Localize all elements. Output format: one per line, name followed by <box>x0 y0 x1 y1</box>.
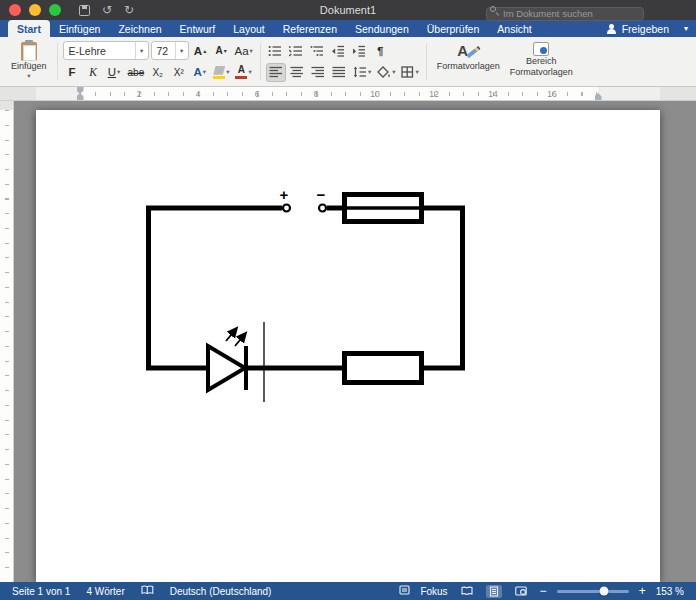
align-right-button[interactable] <box>309 63 328 82</box>
proofing-status-icon[interactable] <box>141 585 154 597</box>
language-status[interactable]: Deutsch (Deutschland) <box>170 586 272 597</box>
borders-button[interactable]: ▾ <box>399 63 420 82</box>
bold-button[interactable]: F <box>63 63 82 82</box>
circuit-wire <box>422 208 463 368</box>
title-bar: ↺ ↻ Dokument1 <box>0 0 696 20</box>
italic-button[interactable]: K <box>84 63 103 82</box>
chevron-down-icon: ▾ <box>368 69 371 76</box>
document-page[interactable]: + − <box>36 110 660 582</box>
circuit-diagram: + − <box>36 110 660 582</box>
tab-zeichnen[interactable]: Zeichnen <box>109 20 170 37</box>
tab-referenzen[interactable]: Referenzen <box>274 20 346 37</box>
bullets-button[interactable] <box>266 41 285 60</box>
highlight-color-button[interactable]: ▾ <box>211 63 231 82</box>
ruler-number: 4 <box>196 89 201 99</box>
plus-terminal-label: + <box>280 186 289 203</box>
web-layout-view-button[interactable] <box>512 585 530 597</box>
decrease-indent-button[interactable] <box>329 41 348 60</box>
chevron-down-icon: ▾ <box>392 69 395 76</box>
share-person-icon <box>606 24 617 34</box>
grow-font-button[interactable]: A ▴ <box>191 41 210 60</box>
multilevel-list-button[interactable] <box>308 41 327 60</box>
paste-button[interactable]: Einfügen ▾ <box>6 40 52 79</box>
down-arrow-icon: ▾ <box>224 48 227 54</box>
underline-letter: U <box>108 66 116 78</box>
pencil-icon <box>467 46 481 58</box>
text-effects-letter: A <box>193 66 201 78</box>
justify-button[interactable] <box>330 63 349 82</box>
paste-label: Einfügen <box>11 62 47 72</box>
align-left-button[interactable] <box>266 63 286 82</box>
switch-terminal-plus <box>283 205 290 212</box>
ruler-number: 6 <box>255 89 260 99</box>
tab-start[interactable]: Start <box>8 20 50 37</box>
share-button[interactable]: Freigeben ▾ <box>606 20 696 37</box>
minus-terminal-label: − <box>317 186 326 203</box>
up-arrow-icon: ▴ <box>203 48 206 54</box>
search-icon <box>490 6 496 12</box>
reading-view-button[interactable] <box>458 585 476 597</box>
ribbon-collapse-chevron-icon[interactable]: ▾ <box>684 24 688 33</box>
chevron-down-icon: ▾ <box>226 69 229 76</box>
change-case-button[interactable]: Aa ▾ <box>233 41 255 60</box>
tab-ueberpruefen[interactable]: Überprüfen <box>418 20 489 37</box>
zoom-window-button[interactable] <box>49 4 61 16</box>
font-color-button[interactable]: A ▾ <box>233 63 253 82</box>
font-color-letter: A <box>238 65 245 75</box>
tab-sendungen[interactable]: Sendungen <box>346 20 418 37</box>
word-count-status[interactable]: 4 Wörter <box>86 586 124 597</box>
strikethrough-button[interactable]: abe <box>126 63 147 82</box>
tab-einfuegen[interactable]: Einfügen <box>50 20 109 37</box>
window-title: Dokument1 <box>320 4 376 16</box>
close-window-button[interactable] <box>9 4 21 16</box>
show-formatting-marks-button[interactable]: ¶ <box>371 41 390 60</box>
zoom-in-button[interactable]: + <box>639 585 646 597</box>
styles-button[interactable]: A Formatvorlagen <box>432 40 505 72</box>
paste-clipboard-icon <box>21 42 37 61</box>
subscript-button[interactable]: X₂ <box>148 63 167 82</box>
styles-icon: A <box>455 42 481 61</box>
tab-layout[interactable]: Layout <box>224 20 274 37</box>
vertical-ruler-active <box>0 110 13 582</box>
underline-button[interactable]: U ▾ <box>105 63 124 82</box>
zoom-slider[interactable] <box>557 590 629 593</box>
chevron-down-icon[interactable]: ▾ <box>135 42 148 59</box>
styles-pane-button[interactable]: Bereich Formatvorlagen <box>505 40 578 78</box>
focus-view-icon[interactable] <box>399 585 410 597</box>
zoom-percentage[interactable]: 153 % <box>656 586 684 597</box>
focus-view-label[interactable]: Fokus <box>420 586 447 597</box>
align-center-button[interactable] <box>288 63 307 82</box>
led-triangle <box>208 346 245 390</box>
tab-entwurf[interactable]: Entwurf <box>171 20 225 37</box>
font-name-combo[interactable]: E-Lehre ▾ <box>63 41 149 60</box>
styles-pane-icon <box>533 42 549 56</box>
line-spacing-button[interactable]: ▾ <box>351 63 373 82</box>
led-arrow <box>226 329 236 341</box>
ruler-number: 12 <box>429 89 438 99</box>
superscript-button[interactable]: X² <box>169 63 188 82</box>
font-size-combo[interactable]: 72 ▾ <box>151 41 189 60</box>
chevron-down-icon: ▾ <box>27 73 30 80</box>
chevron-down-icon[interactable]: ▾ <box>175 42 188 59</box>
zoom-slider-thumb[interactable] <box>600 587 609 596</box>
save-icon[interactable] <box>79 5 90 16</box>
shading-button[interactable]: ▾ <box>375 63 397 82</box>
tab-ansicht[interactable]: Ansicht <box>488 20 540 37</box>
print-layout-view-button[interactable] <box>486 585 502 598</box>
document-search-input[interactable] <box>486 7 644 21</box>
text-effects-button[interactable]: A ▾ <box>190 63 209 82</box>
chevron-down-icon: ▾ <box>415 69 418 76</box>
chevron-down-icon: ▾ <box>250 48 253 55</box>
ribbon-divider <box>426 43 427 80</box>
increase-indent-button[interactable] <box>350 41 369 60</box>
page-count-status[interactable]: Seite 1 von 1 <box>12 586 70 597</box>
undo-icon[interactable]: ↺ <box>102 4 112 16</box>
redo-icon[interactable]: ↻ <box>124 4 134 16</box>
ruler-number: 2 <box>137 89 142 99</box>
ruler-text-area <box>80 87 598 100</box>
shrink-font-button[interactable]: A ▾ <box>212 41 231 60</box>
zoom-out-button[interactable]: − <box>540 585 547 597</box>
ruler-number: 8 <box>314 89 319 99</box>
minimize-window-button[interactable] <box>29 4 41 16</box>
numbering-button[interactable] <box>287 41 306 60</box>
